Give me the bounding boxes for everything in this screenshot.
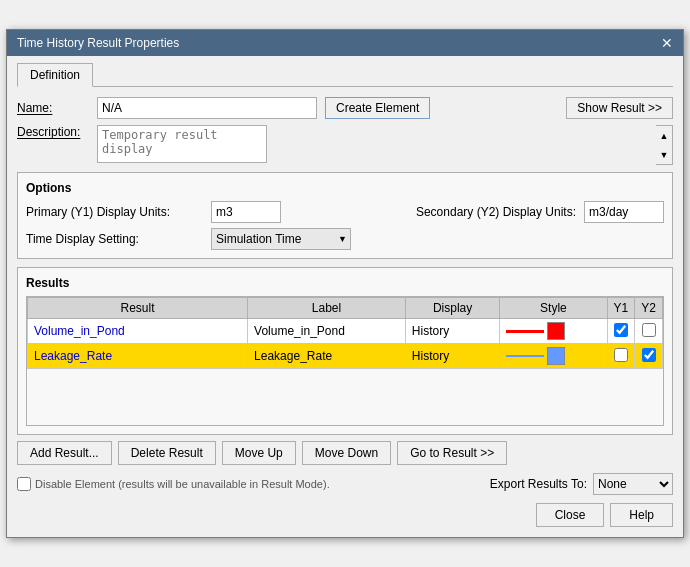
y1-cell	[607, 319, 635, 344]
col-header-label: Label	[248, 298, 406, 319]
name-input[interactable]	[97, 97, 317, 119]
primary-display-row: Primary (Y1) Display Units: Secondary (Y…	[26, 201, 664, 223]
close-icon[interactable]: ✕	[661, 36, 673, 50]
col-header-style: Style	[500, 298, 607, 319]
time-display-select-wrapper: Simulation Time Calendar Time ▼	[211, 228, 351, 250]
col-header-y1: Y1	[607, 298, 635, 319]
create-element-button[interactable]: Create Element	[325, 97, 430, 119]
style-line	[506, 330, 544, 333]
dialog-title: Time History Result Properties	[17, 36, 179, 50]
y2-checkbox[interactable]	[642, 323, 656, 337]
secondary-display-label: Secondary (Y2) Display Units:	[384, 205, 584, 219]
results-table: Result Label Display Style Y1 Y2 Volume_…	[27, 297, 663, 369]
y1-cell	[607, 344, 635, 369]
table-row[interactable]: Volume_in_PondVolume_in_PondHistory	[28, 319, 663, 344]
dialog-window: Time History Result Properties ✕ Definit…	[6, 29, 684, 538]
result-link[interactable]: Volume_in_Pond	[34, 324, 125, 338]
name-label: Name:	[17, 101, 97, 115]
description-row: Description: ▲ ▼	[17, 125, 673, 166]
label-cell: Leakage_Rate	[248, 344, 406, 369]
y1-checkbox[interactable]	[614, 323, 628, 337]
time-display-label: Time Display Setting:	[26, 232, 211, 246]
table-header-row: Result Label Display Style Y1 Y2	[28, 298, 663, 319]
add-result-button[interactable]: Add Result...	[17, 441, 112, 465]
name-row: Name: Create Element Show Result >>	[17, 97, 673, 119]
description-input[interactable]	[97, 125, 267, 163]
style-cell	[500, 344, 607, 369]
col-header-result: Result	[28, 298, 248, 319]
table-row[interactable]: Leakage_RateLeakage_RateHistory	[28, 344, 663, 369]
export-label: Export Results To:	[490, 477, 587, 491]
style-cell	[500, 319, 607, 344]
options-grid: Primary (Y1) Display Units: Secondary (Y…	[26, 201, 664, 250]
help-button[interactable]: Help	[610, 503, 673, 527]
move-up-button[interactable]: Move Up	[222, 441, 296, 465]
results-title: Results	[26, 276, 664, 290]
time-display-row: Time Display Setting: Simulation Time Ca…	[26, 228, 664, 250]
description-scrollbar: ▲ ▼	[656, 125, 673, 165]
show-result-button[interactable]: Show Result >>	[566, 97, 673, 119]
go-to-result-button[interactable]: Go to Result >>	[397, 441, 507, 465]
title-bar: Time History Result Properties ✕	[7, 30, 683, 56]
primary-display-input[interactable]	[211, 201, 281, 223]
results-section: Results Result Label Display Style Y1 Y2	[17, 267, 673, 435]
action-buttons: Add Result... Delete Result Move Up Move…	[17, 441, 673, 465]
disable-element-checkbox[interactable]	[17, 477, 31, 491]
col-header-display: Display	[405, 298, 499, 319]
description-wrapper	[97, 125, 656, 166]
color-swatch[interactable]	[547, 347, 565, 365]
y2-cell	[635, 344, 663, 369]
move-down-button[interactable]: Move Down	[302, 441, 391, 465]
description-label: Description:	[17, 125, 97, 139]
scroll-down-button[interactable]: ▼	[656, 145, 672, 164]
secondary-display-input[interactable]	[584, 201, 664, 223]
y1-checkbox[interactable]	[614, 348, 628, 362]
close-help-row: Close Help	[17, 503, 673, 527]
display-cell: History	[405, 344, 499, 369]
tab-definition[interactable]: Definition	[17, 63, 93, 87]
options-title: Options	[26, 181, 664, 195]
primary-display-label: Primary (Y1) Display Units:	[26, 205, 211, 219]
result-link[interactable]: Leakage_Rate	[34, 349, 112, 363]
y2-checkbox[interactable]	[642, 348, 656, 362]
dialog-body: Definition Name: Create Element Show Res…	[7, 56, 683, 537]
y2-cell	[635, 319, 663, 344]
tab-bar: Definition	[17, 62, 673, 87]
disable-element-label[interactable]: Disable Element (results will be unavail…	[17, 477, 330, 491]
footer-row: Disable Element (results will be unavail…	[17, 473, 673, 495]
color-swatch[interactable]	[547, 322, 565, 340]
scroll-up-button[interactable]: ▲	[656, 126, 672, 145]
label-cell: Volume_in_Pond	[248, 319, 406, 344]
options-section: Options Primary (Y1) Display Units: Seco…	[17, 172, 673, 259]
export-row: Export Results To: None CSV Excel	[490, 473, 673, 495]
close-button[interactable]: Close	[536, 503, 605, 527]
style-line	[506, 355, 544, 357]
col-header-y2: Y2	[635, 298, 663, 319]
results-table-container: Result Label Display Style Y1 Y2 Volume_…	[26, 296, 664, 426]
export-select[interactable]: None CSV Excel	[593, 473, 673, 495]
disable-element-text: Disable Element (results will be unavail…	[35, 478, 330, 490]
time-display-select[interactable]: Simulation Time Calendar Time	[211, 228, 351, 250]
display-cell: History	[405, 319, 499, 344]
delete-result-button[interactable]: Delete Result	[118, 441, 216, 465]
